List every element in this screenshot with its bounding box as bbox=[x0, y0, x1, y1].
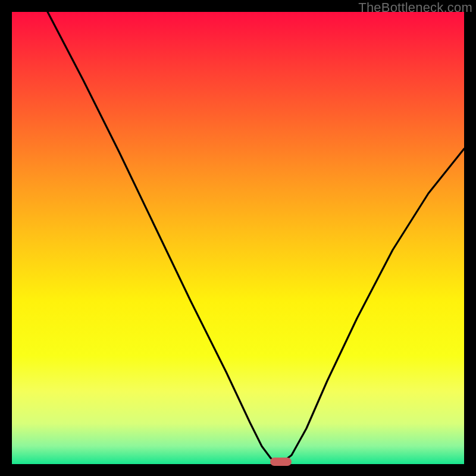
chart-frame: TheBottleneck.com bbox=[0, 0, 476, 476]
plot-area bbox=[12, 12, 464, 464]
curve-svg bbox=[12, 12, 464, 464]
bottleneck-curve-path bbox=[48, 12, 464, 464]
optimum-marker bbox=[270, 458, 292, 466]
